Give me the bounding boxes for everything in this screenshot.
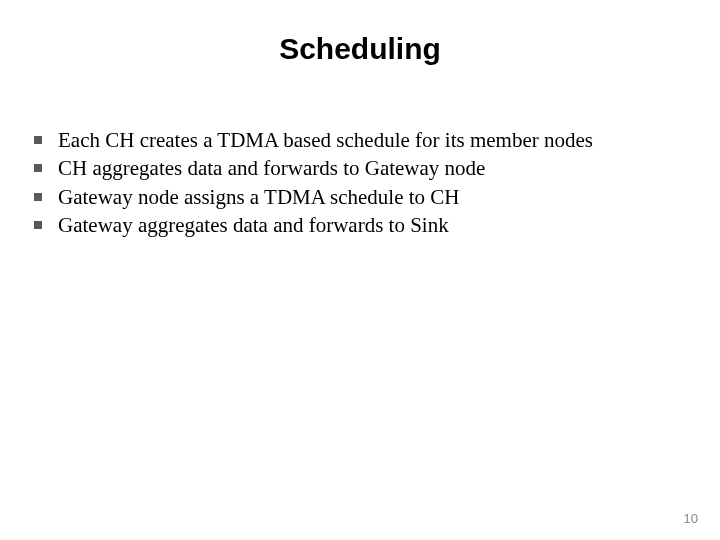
list-item: CH aggregates data and forwards to Gatew… [34,154,690,182]
list-item: Gateway node assigns a TDMA schedule to … [34,183,690,211]
bullet-text: Gateway aggregates data and forwards to … [58,211,690,239]
list-item: Gateway aggregates data and forwards to … [34,211,690,239]
square-bullet-icon [34,164,42,172]
square-bullet-icon [34,221,42,229]
bullet-text: Gateway node assigns a TDMA schedule to … [58,183,690,211]
slide-title: Scheduling [30,32,690,66]
bullet-list: Each CH creates a TDMA based schedule fo… [30,126,690,239]
bullet-text: CH aggregates data and forwards to Gatew… [58,154,690,182]
slide-container: Scheduling Each CH creates a TDMA based … [0,0,720,540]
page-number: 10 [684,511,698,526]
square-bullet-icon [34,193,42,201]
list-item: Each CH creates a TDMA based schedule fo… [34,126,690,154]
bullet-text: Each CH creates a TDMA based schedule fo… [58,126,690,154]
square-bullet-icon [34,136,42,144]
